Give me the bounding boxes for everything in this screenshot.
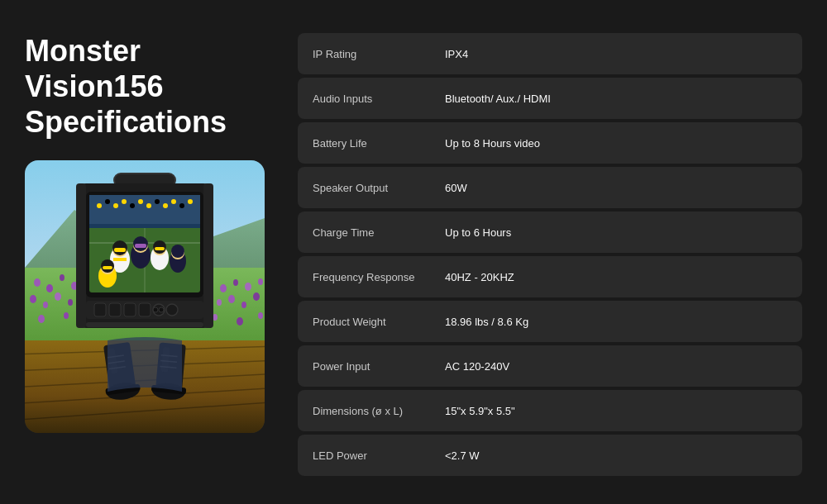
spec-row-1: Audio InputsBluetooth/ Aux./ HDMI [298, 78, 802, 119]
svg-point-109 [171, 245, 184, 258]
svg-point-23 [43, 302, 48, 308]
spec-label-4: Charge Time [313, 226, 445, 239]
spec-value-4: Up to 6 Hours [445, 226, 787, 239]
svg-rect-115 [94, 303, 106, 316]
spec-value-3: 60W [445, 182, 787, 194]
svg-rect-98 [114, 248, 126, 252]
spec-label-8: Dimensions (ø x L) [313, 405, 445, 417]
svg-point-89 [155, 199, 160, 204]
svg-point-18 [220, 284, 227, 292]
spec-row-8: Dimensions (ø x L)15"x 5.9"x 5.5" [298, 390, 802, 431]
svg-point-3 [34, 278, 41, 287]
svg-rect-113 [103, 266, 112, 269]
main-container: Monster Vision156 Specifications [17, 17, 810, 487]
svg-rect-74 [203, 183, 213, 328]
svg-rect-96 [113, 258, 127, 261]
spec-label-6: Product Weight [313, 316, 445, 328]
svg-point-49 [237, 317, 243, 326]
spec-row-6: Product Weight18.96 lbs / 8.6 Kg [298, 301, 802, 342]
svg-point-82 [97, 203, 102, 208]
svg-rect-117 [124, 303, 136, 316]
svg-rect-116 [109, 303, 121, 316]
svg-point-87 [138, 199, 143, 204]
svg-point-92 [179, 203, 184, 208]
spec-label-1: Audio Inputs [313, 93, 445, 105]
svg-point-21 [258, 278, 263, 285]
background-scene [25, 160, 265, 433]
spec-value-9: <2.7 W [445, 449, 787, 462]
svg-point-20 [245, 283, 251, 291]
spec-row-4: Charge TimeUp to 6 Hours [298, 212, 802, 253]
svg-point-24 [55, 292, 61, 301]
left-panel: Monster Vision156 Specifications [25, 33, 265, 433]
spec-row-7: Power InputAC 120-240V [298, 345, 802, 387]
spec-value-5: 40HZ - 20KHZ [445, 271, 787, 283]
spec-label-5: Frequency Response [313, 271, 445, 283]
spec-row-2: Battery LifeUp to 8 Hours video [298, 122, 802, 164]
svg-point-91 [171, 199, 176, 204]
svg-point-122 [159, 307, 164, 312]
spec-value-2: Up to 8 Hours video [445, 137, 787, 150]
svg-rect-123 [86, 322, 203, 327]
svg-point-86 [130, 203, 135, 208]
spec-row-0: IP RatingIPX4 [298, 33, 802, 74]
svg-point-22 [30, 295, 36, 303]
product-image [25, 160, 265, 433]
svg-point-84 [113, 203, 118, 208]
spec-value-0: IPX4 [445, 48, 787, 60]
svg-point-93 [188, 199, 193, 204]
spec-label-2: Battery Life [313, 137, 445, 150]
svg-point-85 [122, 199, 127, 204]
svg-point-50 [258, 312, 263, 319]
svg-rect-106 [155, 247, 165, 250]
spec-row-3: Speaker Output60W [298, 167, 802, 208]
svg-point-41 [38, 315, 45, 323]
svg-point-5 [60, 274, 65, 281]
svg-point-4 [46, 284, 53, 292]
svg-point-37 [217, 299, 222, 306]
spec-label-3: Speaker Output [313, 182, 445, 194]
spec-label-0: IP Rating [313, 48, 445, 60]
svg-point-88 [146, 203, 151, 208]
svg-point-121 [153, 307, 158, 312]
spec-label-7: Power Input [313, 360, 445, 373]
svg-point-38 [228, 295, 235, 303]
svg-point-40 [253, 292, 260, 301]
spec-value-1: Bluetooth/ Aux./ HDMI [445, 93, 787, 105]
page-title: Monster Vision156 Specifications [25, 33, 265, 140]
svg-point-120 [166, 304, 178, 316]
svg-point-19 [233, 279, 238, 286]
svg-point-39 [241, 302, 246, 308]
svg-rect-118 [139, 303, 151, 316]
svg-rect-102 [135, 244, 146, 248]
specs-panel: IP RatingIPX4Audio InputsBluetooth/ Aux.… [298, 33, 802, 476]
spec-value-6: 18.96 lbs / 8.6 Kg [445, 316, 787, 328]
svg-point-42 [64, 312, 69, 319]
svg-point-90 [163, 203, 168, 208]
svg-rect-81 [89, 195, 200, 224]
spec-label-9: LED Power [313, 449, 445, 462]
spec-value-7: AC 120-240V [445, 360, 787, 373]
svg-rect-73 [76, 183, 86, 328]
spec-row-9: LED Power<2.7 W [298, 435, 802, 476]
svg-point-25 [68, 299, 73, 306]
spec-row-5: Frequency Response40HZ - 20KHZ [298, 256, 802, 297]
spec-value-8: 15"x 5.9"x 5.5" [445, 405, 787, 417]
svg-point-83 [105, 199, 110, 204]
